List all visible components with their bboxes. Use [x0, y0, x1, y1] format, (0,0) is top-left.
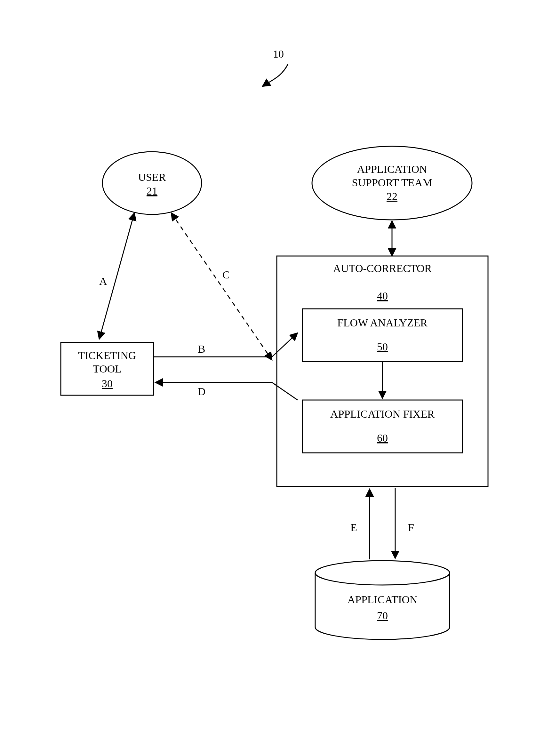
- fixer-label: APPLICATION FIXER: [330, 408, 435, 420]
- ticketing-tool-node: TICKETING TOOL 30: [61, 342, 154, 395]
- flow-num: 50: [377, 341, 388, 353]
- ticket-label-2: TOOL: [93, 363, 122, 375]
- support-label-1: APPLICATION: [357, 163, 427, 175]
- flow-analyzer-node: FLOW ANALYZER 50: [302, 309, 462, 362]
- ticket-num: 30: [102, 378, 113, 389]
- flow-label: FLOW ANALYZER: [337, 317, 428, 329]
- application-fixer-node: APPLICATION FIXER 60: [302, 400, 462, 453]
- support-num: 22: [387, 190, 397, 202]
- figure-ref-arrow: [262, 64, 288, 86]
- figure-ref-label: 10: [273, 48, 284, 60]
- autocorr-num: 40: [377, 290, 388, 302]
- user-node: USER 21: [102, 152, 202, 214]
- arrow-d-label: D: [198, 386, 206, 397]
- arrow-b-head: [272, 333, 298, 357]
- app-label: APPLICATION: [347, 594, 417, 605]
- arrow-c-label: C: [222, 269, 230, 281]
- user-num: 21: [147, 185, 157, 197]
- support-label-2: SUPPORT TEAM: [352, 177, 432, 188]
- svg-point-6: [315, 561, 450, 585]
- arrow-c: [171, 213, 272, 360]
- diagram-canvas: 10 USER 21 APPLICATION SUPPORT TEAM 22 T…: [0, 0, 560, 737]
- app-num: 70: [377, 610, 388, 621]
- arrow-f-label: F: [408, 522, 414, 533]
- ticket-label-1: TICKETING: [78, 349, 136, 361]
- user-label: USER: [138, 171, 166, 183]
- arrow-b-label: B: [198, 343, 205, 355]
- application-db-node: APPLICATION 70: [315, 561, 450, 639]
- arrow-a-label: A: [99, 275, 107, 287]
- support-team-node: APPLICATION SUPPORT TEAM 22: [312, 146, 472, 220]
- autocorr-label: AUTO-CORRECTOR: [333, 262, 432, 274]
- arrow-d-head: [272, 382, 298, 400]
- arrow-e-label: E: [350, 522, 357, 533]
- svg-point-0: [102, 152, 202, 214]
- fixer-num: 60: [377, 432, 388, 444]
